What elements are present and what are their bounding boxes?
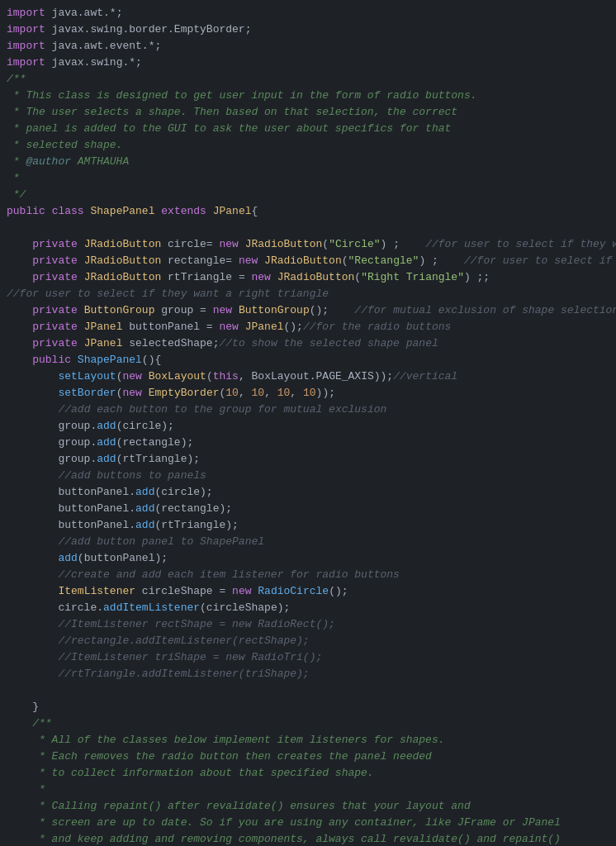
code-line: * All of the classes below implement ite… (0, 732, 616, 749)
code-line (0, 220, 616, 236)
code-line: //ItemListener rectShape = new RadioRect… (0, 616, 616, 633)
code-line: * selected shape. (0, 137, 616, 154)
code-line: buttonPanel.add(rtTriangle); (0, 517, 616, 534)
code-line: public ShapePanel(){ (0, 352, 616, 368)
code-line: } (0, 699, 616, 715)
code-line: //create and add each item listener for … (0, 567, 616, 583)
code-line: import java.awt.*; (0, 5, 616, 21)
code-editor: import java.awt.*;import javax.swing.bor… (0, 0, 616, 846)
code-line: circle.addItemListener(circleShape); (0, 600, 616, 616)
code-line: buttonPanel.add(circle); (0, 484, 616, 501)
code-line: * This class is designed to get user inp… (0, 88, 616, 104)
code-line: group.add(rtTriangle); (0, 451, 616, 468)
code-line: //add buttons to panels (0, 468, 616, 484)
code-line: buttonPanel.add(rectangle); (0, 501, 616, 517)
code-line: group.add(circle); (0, 418, 616, 435)
code-line: * The user selects a shape. Then based o… (0, 104, 616, 121)
code-line: private JRadioButton rectangle= new JRad… (0, 253, 616, 269)
code-line: * Each removes the radio button then cre… (0, 749, 616, 765)
code-line: setLayout(new BoxLayout(this, BoxLayout.… (0, 368, 616, 385)
code-line (0, 682, 616, 699)
code-line: setBorder(new EmptyBorder(10, 10, 10, 10… (0, 385, 616, 402)
code-line: private ButtonGroup group = new ButtonGr… (0, 302, 616, 319)
code-line: //add each button to the group for mutua… (0, 402, 616, 418)
code-line: //rtTriangle.addItemListener(triShape); (0, 666, 616, 682)
code-line: add(buttonPanel); (0, 550, 616, 567)
code-line: * Calling repaint() after revalidate() e… (0, 798, 616, 815)
code-line: /** (0, 71, 616, 88)
code-line: import javax.swing.*; (0, 55, 616, 71)
code-line: public class ShapePanel extends JPanel{ (0, 203, 616, 220)
code-line: import java.awt.event.*; (0, 38, 616, 55)
code-line: ItemListener circleShape = new RadioCirc… (0, 583, 616, 600)
code-line: * to collect information about that spec… (0, 765, 616, 782)
code-line: private JRadioButton circle= new JRadioB… (0, 236, 616, 253)
code-line: */ (0, 187, 616, 203)
code-line: group.add(rectangle); (0, 435, 616, 451)
code-line: /** (0, 715, 616, 732)
code-line: import javax.swing.border.EmptyBorder; (0, 21, 616, 38)
code-line: * (0, 782, 616, 798)
code-line: * screen are up to date. So if you are u… (0, 815, 616, 831)
code-line: //ItemListener triShape = new RadioTri()… (0, 649, 616, 666)
code-line: * panel is added to the GUI to ask the u… (0, 121, 616, 137)
code-line: private JPanel selectedShape;//to show t… (0, 335, 616, 352)
code-line: * and keep adding and removing component… (0, 831, 616, 846)
code-line: private JPanel buttonPanel = new JPanel(… (0, 319, 616, 335)
code-line: //for user to select if they want a righ… (0, 286, 616, 302)
code-line: //add button panel to ShapePanel (0, 534, 616, 550)
code-line: * (0, 170, 616, 187)
code-line: * @author AMTHAUHA (0, 154, 616, 170)
code-line: //rectangle.addItemListener(rectShape); (0, 633, 616, 649)
code-line: private JRadioButton rtTriangle = new JR… (0, 269, 616, 286)
